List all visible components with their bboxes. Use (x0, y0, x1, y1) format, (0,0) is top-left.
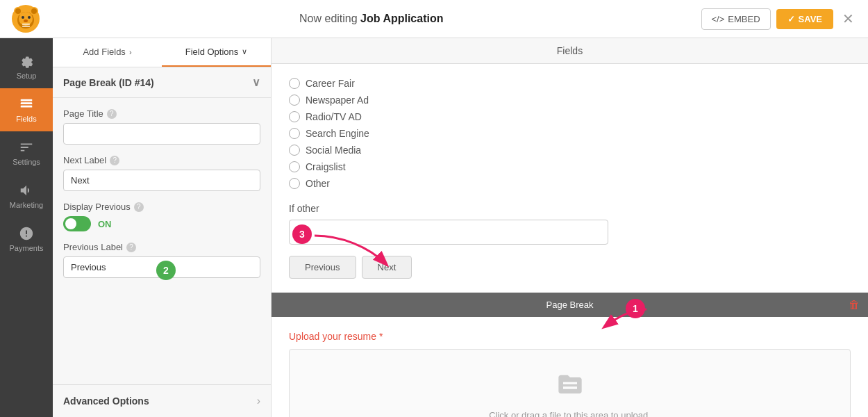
radio-circle (289, 111, 300, 122)
sidebar-item-fields[interactable]: Fields (0, 88, 53, 131)
fields-header: Fields (272, 38, 868, 64)
main-layout: Setup Fields Settings Marketing (0, 38, 868, 417)
save-button[interactable]: ✓ SAVE (776, 9, 833, 29)
page-title: Now editing Job Application (299, 13, 443, 25)
chevron-down-icon: ∨ (242, 47, 247, 56)
upload-area[interactable]: Click or drag a file to this area to upl… (289, 349, 851, 417)
next-label-info-icon[interactable]: ? (110, 156, 119, 165)
sidebar-item-marketing[interactable]: Marketing (0, 174, 53, 218)
main-content[interactable]: Career Fair Newspaper Ad Radio/TV AD Sea… (272, 64, 868, 417)
panel-content: Page Title ? Next Label ? Display Previo… (53, 98, 271, 384)
settings-icon (19, 140, 34, 155)
radio-craigslist[interactable]: Craigslist (289, 161, 851, 172)
svg-point-9 (24, 19, 28, 22)
if-other-label: If other (289, 203, 851, 214)
previous-button[interactable]: Previous (289, 256, 356, 279)
field-section-title: Page Break (ID #14) ∨ (53, 67, 271, 98)
top-bar: Now editing Job Application </> EMBED ✓ … (0, 0, 868, 38)
left-panel: Add Fields › Field Options ∨ Page Break … (53, 38, 272, 417)
payments-icon (19, 226, 34, 241)
sidebar-item-settings[interactable]: Settings (0, 131, 53, 174)
next-label-group: Next Label ? (63, 155, 260, 191)
radio-group: Career Fair Newspaper Ad Radio/TV AD Sea… (289, 78, 851, 189)
radio-circle (289, 145, 300, 156)
nav-buttons: Previous Next (289, 256, 851, 279)
logo (10, 3, 42, 35)
previous-label-info-icon[interactable]: ? (126, 243, 136, 252)
upload-label: Upload your resume * (289, 331, 851, 342)
chevron-right-icon: › (129, 48, 132, 56)
form-card-top: Career Fair Newspaper Ad Radio/TV AD Sea… (272, 64, 868, 293)
embed-button[interactable]: </> EMBED (701, 8, 771, 30)
svg-point-8 (28, 16, 31, 19)
fields-icon (19, 97, 34, 112)
sidebar-item-payments[interactable]: Payments (0, 218, 53, 261)
next-label-input[interactable] (63, 170, 260, 191)
radio-radio-tv[interactable]: Radio/TV AD (289, 111, 851, 122)
sidebar: Setup Fields Settings Marketing (0, 38, 53, 417)
display-previous-info-icon[interactable]: ? (134, 202, 144, 212)
radio-search-engine[interactable]: Search Engine (289, 128, 851, 139)
radio-circle (289, 128, 300, 139)
logo-icon (10, 3, 42, 35)
radio-circle (289, 95, 300, 106)
delete-icon[interactable]: 🗑 (849, 299, 860, 311)
radio-circle (289, 161, 300, 172)
previous-label-input[interactable] (63, 256, 260, 278)
page-title-input[interactable] (63, 123, 260, 145)
svg-rect-12 (21, 99, 33, 101)
upload-card: Upload your resume * Click or drag a fil… (272, 317, 868, 417)
close-button[interactable]: ✕ (839, 7, 858, 31)
radio-other[interactable]: Other (289, 178, 851, 189)
page-title-label: Page Title ? (63, 108, 260, 119)
svg-point-7 (22, 16, 24, 19)
svg-point-6 (31, 8, 37, 14)
next-button[interactable]: Next (362, 256, 412, 279)
svg-rect-14 (21, 106, 33, 107)
radio-career-fair[interactable]: Career Fair (289, 78, 851, 89)
previous-label-group: Previous Label ? (63, 242, 260, 278)
tab-field-options[interactable]: Field Options ∨ (162, 38, 271, 67)
tabs-bar: Add Fields › Field Options ∨ (53, 38, 271, 67)
page-title-group: Page Title ? (63, 108, 260, 145)
page-break-bar: Page Break 🗑 (272, 293, 868, 317)
tab-add-fields[interactable]: Add Fields › (53, 38, 162, 67)
embed-icon: </> (712, 14, 725, 24)
svg-point-5 (15, 8, 21, 14)
page-title-info-icon[interactable]: ? (107, 109, 117, 119)
radio-circle (289, 178, 300, 189)
next-label-label: Next Label ? (63, 155, 260, 165)
previous-label-label: Previous Label ? (63, 242, 260, 252)
radio-newspaper-ad[interactable]: Newspaper Ad (289, 95, 851, 106)
svg-rect-11 (22, 26, 30, 27)
display-previous-toggle[interactable] (63, 216, 91, 231)
sidebar-item-setup[interactable]: Setup (0, 45, 53, 88)
svg-rect-10 (22, 24, 30, 25)
toggle-thumb (65, 218, 76, 229)
megaphone-icon (19, 183, 34, 198)
display-previous-label: Display Previous ? (63, 202, 260, 212)
chevron-right-icon: › (257, 395, 260, 407)
display-previous-group: Display Previous ? ON (63, 202, 260, 231)
toggle-row: ON (63, 216, 260, 231)
advanced-options-section[interactable]: Advanced Options › (53, 384, 271, 417)
upload-text: Click or drag a file to this area to upl… (489, 410, 651, 417)
toggle-on-label: ON (98, 219, 112, 229)
check-icon: ✓ (787, 14, 795, 24)
chevron-down-icon[interactable]: ∨ (252, 76, 260, 89)
top-bar-actions: </> EMBED ✓ SAVE ✕ (701, 7, 858, 31)
radio-circle (289, 78, 300, 89)
if-other-input[interactable] (289, 220, 608, 245)
upload-file-icon (556, 370, 584, 403)
radio-social-media[interactable]: Social Media (289, 145, 851, 156)
svg-rect-13 (21, 102, 33, 104)
right-area: Fields Career Fair Newspaper Ad (272, 38, 868, 417)
gear-icon (19, 54, 34, 69)
